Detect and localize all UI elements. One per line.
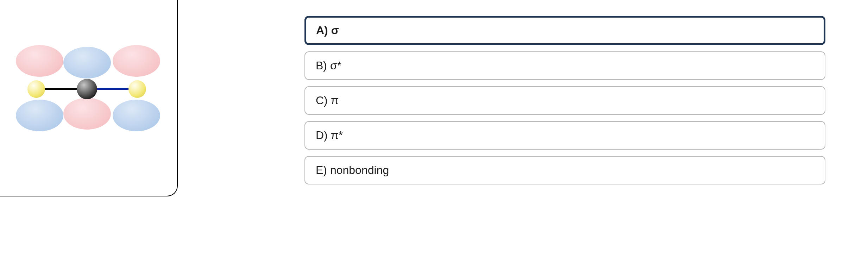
orbital-lobe-bottom-center (63, 98, 111, 130)
orbital-image-panel (0, 0, 178, 196)
choice-b-label: B) σ* (316, 59, 341, 72)
choice-e[interactable]: E) nonbonding (304, 156, 825, 184)
orbital-lobe-top-left (16, 45, 63, 77)
choice-a-label: A) σ (316, 24, 339, 37)
main-container: A) σ B) σ* C) π D) π* E) nonbonding (0, 0, 868, 276)
atom-right (128, 80, 146, 98)
orbital-lobe-top-right (113, 45, 160, 77)
orbital-lobe-bottom-left (16, 100, 63, 131)
choice-b[interactable]: B) σ* (304, 51, 825, 80)
orbital-diagram (14, 45, 162, 144)
answer-choices-panel: A) σ B) σ* C) π D) π* E) nonbonding (304, 16, 825, 191)
choice-c-label: C) π (316, 94, 339, 107)
atom-center (77, 79, 97, 99)
choice-d[interactable]: D) π* (304, 121, 825, 150)
choice-a[interactable]: A) σ (304, 16, 825, 45)
choice-e-label: E) nonbonding (316, 164, 389, 176)
orbital-lobe-top-center (63, 47, 111, 79)
choice-c[interactable]: C) π (304, 86, 825, 115)
choice-d-label: D) π* (316, 129, 343, 142)
orbital-lobe-bottom-right (113, 100, 160, 131)
atom-left (27, 80, 45, 98)
